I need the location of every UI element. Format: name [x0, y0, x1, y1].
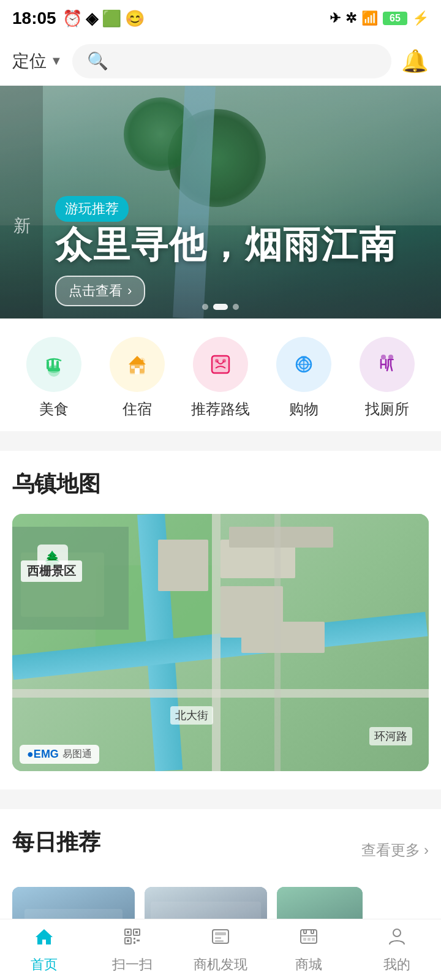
- banner-tag: 游玩推荐: [55, 196, 129, 222]
- banner-dots: [202, 304, 239, 310]
- svg-text:✦: ✦: [140, 358, 145, 364]
- dot-3: [233, 304, 239, 310]
- location-icon: ◈: [86, 9, 98, 28]
- map-section: 乌镇地图 🌲 西栅景区 北大街: [0, 451, 441, 790]
- app-icon-1: 🟩: [102, 9, 121, 28]
- search-bar[interactable]: 🔍: [72, 44, 391, 78]
- status-left: 18:05 ⏰ ◈ 🟩 😊: [12, 9, 145, 28]
- svg-rect-45: [303, 938, 306, 941]
- location-button[interactable]: 定位 ▼: [12, 50, 62, 73]
- nav-scan[interactable]: 扫一扫: [102, 926, 163, 974]
- banner-title: 众里寻他，烟雨江南: [55, 221, 397, 270]
- more-link-button[interactable]: 查看更多 ›: [361, 840, 429, 860]
- bluetooth-icon: ✲: [345, 10, 356, 26]
- svg-rect-36: [134, 941, 135, 944]
- svg-rect-11: [140, 366, 143, 369]
- category-hotel[interactable]: ✦ 住宿: [107, 337, 168, 419]
- signal-icon: ✈: [330, 10, 341, 26]
- battery-indicator: 65: [383, 12, 407, 25]
- svg-point-25: [381, 355, 386, 360]
- daily-header: 每日推荐 查看更多 ›: [12, 827, 429, 872]
- daily-section-title: 每日推荐: [12, 827, 100, 858]
- dot-1: [202, 304, 208, 310]
- route-icon: [193, 337, 248, 392]
- hotel-icon: ✦: [110, 337, 165, 392]
- svg-rect-40: [215, 940, 224, 942]
- discover-icon: [210, 926, 231, 952]
- route-label: 推荐路线: [191, 399, 250, 419]
- svg-rect-33: [127, 940, 129, 942]
- notification-bell[interactable]: 🔔: [401, 48, 429, 74]
- location-arrow: ▼: [50, 54, 62, 68]
- svg-rect-41: [301, 930, 317, 943]
- svg-rect-9: [135, 368, 140, 374]
- top-nav: 定位 ▼ 🔍 🔔: [0, 37, 441, 86]
- svg-marker-27: [36, 929, 53, 944]
- status-bar: 18:05 ⏰ ◈ 🟩 😊 ✈ ✲ 📶 65 ⚡: [0, 0, 441, 37]
- svg-rect-34: [134, 938, 135, 940]
- section-divider-2: [0, 799, 441, 809]
- mine-icon: [386, 926, 407, 952]
- category-route[interactable]: 推荐路线: [190, 337, 251, 419]
- hotel-label: 住宿: [123, 399, 152, 419]
- banner: 新 游玩推荐 众里寻他，烟雨江南 点击查看 ›: [0, 86, 441, 318]
- mall-icon: [298, 926, 319, 952]
- map-emg-logo: ●EMG 易图通: [20, 745, 99, 764]
- map-container[interactable]: 🌲 西栅景区 北大街 环河路 ●EMG 易图通: [12, 514, 429, 771]
- nav-discover-label: 商机发现: [194, 956, 247, 974]
- scan-icon: [122, 926, 143, 952]
- svg-rect-35: [137, 940, 140, 941]
- bottom-nav: 首页 扫一扫 商机发现: [0, 919, 441, 980]
- map-label-huanhe: 环河路: [369, 727, 412, 745]
- svg-rect-5: [56, 361, 59, 369]
- category-shop[interactable]: 购物: [273, 337, 334, 419]
- svg-rect-24: [301, 356, 307, 358]
- nav-home[interactable]: 首页: [13, 926, 75, 974]
- nav-discover[interactable]: 商机发现: [190, 926, 251, 974]
- svg-rect-47: [312, 938, 315, 941]
- wifi-icon: 📶: [361, 10, 378, 26]
- banner-cta-arrow: ›: [127, 283, 132, 299]
- svg-rect-38: [215, 932, 226, 935]
- svg-rect-3: [51, 358, 54, 369]
- svg-rect-32: [135, 931, 138, 933]
- home-icon: [34, 926, 55, 952]
- map-label-xizha: 西栅景区: [21, 560, 82, 582]
- map-section-title: 乌镇地图: [12, 469, 429, 499]
- category-food[interactable]: 美食: [23, 337, 85, 419]
- toilet-label: 找厕所: [365, 399, 409, 419]
- location-text: 定位: [12, 50, 47, 73]
- shop-label: 购物: [289, 399, 318, 419]
- status-time: 18:05: [12, 9, 56, 28]
- more-link-arrow: ›: [424, 842, 429, 859]
- charging-icon: ⚡: [412, 10, 429, 26]
- svg-rect-10: [131, 366, 135, 369]
- food-label: 美食: [39, 399, 69, 419]
- dot-2: [213, 304, 228, 310]
- svg-rect-42: [304, 930, 306, 933]
- nav-mall[interactable]: 商城: [278, 926, 339, 974]
- category-section: 美食 ✦ 住宿: [0, 318, 441, 431]
- more-link-label: 查看更多: [361, 840, 420, 860]
- alarm-icon: ⏰: [62, 9, 82, 28]
- banner-left-strip: 新: [0, 86, 43, 318]
- svg-point-48: [393, 929, 401, 937]
- banner-cta-button[interactable]: 点击查看 ›: [55, 276, 145, 306]
- svg-rect-31: [127, 931, 129, 933]
- svg-rect-43: [311, 930, 314, 933]
- svg-rect-39: [215, 937, 221, 939]
- food-icon: [26, 337, 81, 392]
- category-toilet[interactable]: 找厕所: [356, 337, 418, 419]
- status-icons: ⏰ ◈ 🟩 😊: [62, 9, 145, 28]
- map-visual: 🌲 西栅景区 北大街 环河路 ●EMG 易图通: [12, 514, 429, 771]
- nav-scan-label: 扫一扫: [112, 956, 153, 974]
- nav-mall-label: 商城: [295, 956, 322, 974]
- banner-cta-label: 点击查看: [69, 282, 123, 300]
- section-divider-1: [0, 441, 441, 451]
- map-label-beida: 北大街: [170, 706, 213, 725]
- nav-mine-label: 我的: [383, 956, 410, 974]
- svg-rect-4: [47, 361, 49, 369]
- search-icon: 🔍: [87, 51, 108, 71]
- nav-mine[interactable]: 我的: [366, 926, 428, 974]
- toilet-icon: [360, 337, 415, 392]
